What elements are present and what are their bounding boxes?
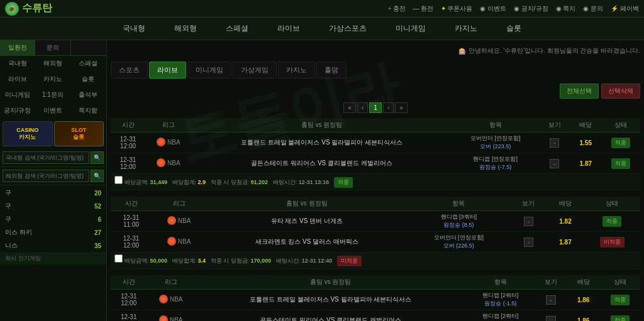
bet-table-1: 시간 리그 홈팀 vs 원정팀 항목 보기 배당 상태 12-3112:00 N… [111, 118, 640, 190]
cell-league: NBA [152, 232, 206, 253]
cell-status: 미적중 [584, 232, 640, 253]
col-league: 리그 [145, 118, 192, 133]
sidebar-row-2: 라이브 카지노 슬롯 [0, 72, 106, 87]
col-time: 시간 [111, 275, 147, 290]
page-1-btn[interactable]: 1 [369, 102, 382, 113]
nav-payback[interactable]: ⚡ 페이백 [611, 4, 639, 13]
tab-virtual-game[interactable]: 가상게임 [233, 62, 277, 79]
cell-view[interactable]: - [539, 153, 570, 174]
bet-checkbox[interactable] [114, 254, 123, 263]
bet-checkbox[interactable] [114, 176, 123, 184]
col-status: 상태 [599, 275, 640, 290]
page-next-btn[interactable]: › [383, 102, 394, 113]
sidebar-tab-inquiry[interactable]: 문의 [35, 40, 70, 55]
nav-slot[interactable]: 슬롯 [501, 21, 526, 36]
col-odds: 배당 [570, 118, 602, 133]
sidebar-tab-withdraw[interactable]: 일환전 [0, 40, 35, 55]
minus-btn[interactable]: - [546, 316, 555, 322]
nav-special[interactable]: 스페셜 [221, 21, 253, 36]
nav-message[interactable]: ◉ 쪽지 [556, 4, 576, 13]
search-domestic-btn[interactable]: 🔍 [91, 151, 104, 164]
page-first-btn[interactable]: « [343, 102, 356, 113]
cell-league: NBA [147, 310, 195, 322]
minus-btn[interactable]: - [550, 159, 559, 168]
col-time: 시간 [111, 118, 145, 133]
cell-match: 포틀랜드 트레일 블레이저스 VS 필라델피아 세븐티식서스 [195, 290, 466, 310]
nav-virtual-sports[interactable]: 가상스포츠 [324, 21, 372, 36]
sidebar-item-1on1[interactable]: 1:1문의 [35, 87, 70, 102]
cell-view[interactable]: - [510, 232, 547, 253]
select-all-button[interactable]: 전체선택 [560, 84, 599, 99]
nav-mini-game[interactable]: 미니게임 [391, 21, 431, 36]
tab-holdem[interactable]: 홀덤 [316, 62, 347, 79]
sidebar: 일환전 문의 국내형 해외형 스페셜 라이브 카지노 슬롯 미니게임 1:1문의… [0, 40, 107, 321]
delete-selected-button[interactable]: 선택삭제 [601, 84, 640, 99]
sidebar-item-notice[interactable]: 공지/규정 [0, 103, 35, 118]
sidebar-item-domestic[interactable]: 국내형 [0, 56, 35, 71]
table-row: 12-3112:00 NBA 포틀랜드 트레일 블레이저스 VS 필라델피아 세… [111, 290, 640, 310]
sidebar-item-special[interactable]: 스페셜 [71, 56, 106, 71]
league-item-3[interactable]: 구 6 [0, 213, 106, 226]
nav-overseas[interactable]: 해외형 [169, 21, 202, 36]
greeting-bar: 🎰 안녕하세요. '수류탄'입니다. 회원님들의 건승을 바라겠습니다. [111, 44, 640, 58]
cell-view[interactable]: - [535, 290, 567, 310]
sidebar-row-1: 국내형 해외형 스페셜 [0, 56, 106, 72]
minus-btn[interactable]: - [550, 138, 559, 148]
league-item-icehockey[interactable]: 이스 하키 27 [0, 226, 106, 239]
cell-view[interactable]: - [539, 133, 570, 153]
minus-btn[interactable]: - [546, 295, 555, 305]
league-item-1[interactable]: 구 20 [0, 187, 106, 200]
cell-time: 12-3111:00 [111, 211, 152, 232]
search-overseas-btn[interactable]: 🔍 [91, 170, 104, 182]
cell-time: 12-3112:00 [111, 133, 145, 153]
nav-live[interactable]: 라이브 [272, 21, 305, 36]
league-item-2[interactable]: 구 52 [0, 200, 106, 213]
minus-btn[interactable]: - [524, 217, 533, 226]
casino-banner[interactable]: CASINO카지노 [3, 121, 53, 146]
slot-banner[interactable]: SLOT슬롯 [54, 121, 104, 146]
minus-btn[interactable]: - [524, 237, 533, 247]
cell-view[interactable]: - [535, 310, 567, 322]
cell-odds: 1.87 [570, 153, 602, 174]
page-prev-btn[interactable]: ‹ [357, 102, 368, 113]
cell-view[interactable]: - [510, 211, 547, 232]
sidebar-item-overseas[interactable]: 해외형 [35, 56, 70, 71]
sidebar-item-slot[interactable]: 슬롯 [71, 72, 106, 87]
tab-live[interactable]: 라이브 [149, 62, 186, 79]
sidebar-item-mini[interactable]: 미니게임 [0, 87, 35, 102]
col-odds: 배당 [567, 275, 600, 290]
sidebar-item-live[interactable]: 라이브 [0, 72, 35, 87]
cell-item: 핸디캡 [2쿼터]원정승 (-1.5) [466, 310, 535, 322]
tab-sports[interactable]: 스포츠 [111, 62, 148, 79]
search-overseas-input[interactable] [3, 170, 89, 182]
search-domestic-input[interactable] [3, 151, 89, 164]
page-last-btn[interactable]: » [395, 102, 408, 113]
nav-domestic[interactable]: 국내형 [118, 21, 150, 36]
nav-notice[interactable]: ◉ 공지/규정 [514, 4, 548, 13]
bet-info-row-2: 배당금액: 50,000 배당합계: 3.4 적중 시 당첨금: 170,000… [111, 253, 640, 269]
cell-status: 적중 [584, 211, 640, 232]
nav-casino[interactable]: 카지노 [450, 21, 482, 36]
nav-event[interactable]: ◉ 이벤트 [480, 4, 506, 13]
bet-info-cell: 배당금액: 50,000 배당합계: 3.4 적중 시 당첨금: 170,000… [111, 253, 640, 269]
cell-item: 오버언더 [연장포함]오버 (223.5) [452, 133, 539, 153]
logo: 💣 수류탄 [5, 2, 52, 16]
bet-section-3: 시간 리그 홈팀 vs 원정팀 항목 보기 배당 상태 12-3112:00 N… [111, 275, 640, 321]
top-nav: 💣 수류탄 + 충전 — 환전 ✦ 쿠폰사용 ◉ 이벤트 ◉ 공지/규정 ◉ 쪽… [0, 0, 644, 18]
nav-withdraw[interactable]: — 환전 [413, 4, 434, 13]
cell-status: 적중 [599, 290, 640, 310]
cell-time: 12-3112:00 [111, 310, 147, 322]
league-item-tennis[interactable]: 니스 35 [0, 239, 106, 253]
bet-section-2: 시간 리그 홈팀 vs 원정팀 항목 보기 배당 상태 12-3111:00 N… [111, 197, 640, 269]
sidebar-item-casino[interactable]: 카지노 [35, 72, 70, 87]
sidebar-item-attendance[interactable]: 출석부 [71, 87, 106, 102]
nav-charge[interactable]: + 충전 [388, 4, 406, 13]
col-odds: 배당 [547, 197, 584, 211]
cell-odds: 1.55 [570, 133, 602, 153]
sidebar-item-event[interactable]: 이벤트 [35, 103, 70, 118]
tab-mini-game[interactable]: 미니게임 [187, 62, 231, 79]
nav-inquiry[interactable]: ◉ 문의 [583, 4, 603, 13]
nav-coupon[interactable]: ✦ 쿠폰사용 [441, 4, 472, 13]
sidebar-item-messages[interactable]: 쪽지함 [71, 103, 106, 118]
tab-casino[interactable]: 카지노 [278, 62, 315, 79]
